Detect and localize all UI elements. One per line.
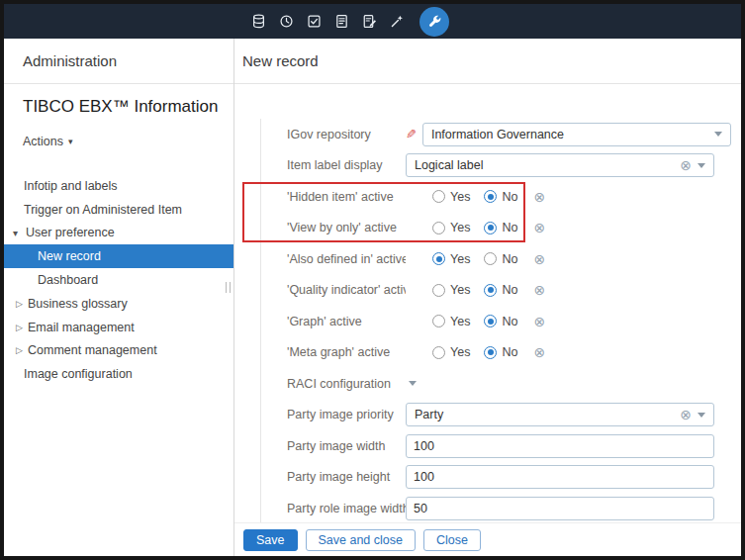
sidebar-item-label: New record xyxy=(38,249,101,263)
sidebar: Administration TIBCO EBX™ Information Ac… xyxy=(4,39,234,556)
sidebar-item-comment-management[interactable]: ▷Comment management xyxy=(4,339,233,363)
active-tool-circle[interactable] xyxy=(419,7,449,37)
actions-dropdown[interactable]: Actions ▾ xyxy=(23,135,81,148)
radio-hidden-item-active-no[interactable]: No xyxy=(484,190,517,204)
radio-also-defined-in-active-yes[interactable]: Yes xyxy=(432,252,470,266)
radio-view-by-only-active-yes[interactable]: Yes xyxy=(432,221,470,234)
form-row-party-image-height: Party image height xyxy=(261,462,741,494)
form-row-quality-indicator-active: 'Quality indicator' activeYesNo⊗ xyxy=(261,275,741,307)
sidebar-item-label: Business glossary xyxy=(28,297,128,311)
sidebar-item-email-management[interactable]: ▷Email management xyxy=(4,316,233,339)
radio-hidden-item-active-yes[interactable]: Yes xyxy=(432,190,470,204)
main-panel: New record IGov repository✎Information G… xyxy=(234,39,741,556)
sidebar-item-label: Infotip and labels xyxy=(24,179,118,193)
clear-icon[interactable]: ⊗ xyxy=(680,408,692,421)
form-rows: IGov repository✎Information GovernanceIt… xyxy=(260,119,741,522)
form-row-igov-repository: IGov repository✎Information Governance xyxy=(261,119,741,150)
form-list-icon[interactable] xyxy=(334,14,349,29)
radio-meta-graph-active-yes[interactable]: Yes xyxy=(432,345,470,359)
select-item-label-display[interactable]: Logical label⊗ xyxy=(406,153,714,177)
sidebar-item-label: Image configuration xyxy=(24,367,133,381)
page-title: New record xyxy=(234,39,741,84)
input-party-image-width[interactable] xyxy=(406,434,714,458)
app-window: Administration TIBCO EBX™ Information Ac… xyxy=(0,0,745,560)
radio-label: Yes xyxy=(450,190,470,204)
field-label: Party image width xyxy=(261,439,406,453)
clear-icon[interactable]: ⊗ xyxy=(533,252,545,266)
sidebar-item-infotip-and-labels[interactable]: Infotip and labels xyxy=(4,174,233,198)
form-row-item-label-display: Item label displayLogical label⊗ xyxy=(261,150,741,182)
radio-graph-active-no[interactable]: No xyxy=(484,315,517,328)
radio-meta-graph-active-no[interactable]: No xyxy=(484,345,517,359)
sidebar-item-new-record[interactable]: New record xyxy=(4,244,233,268)
content-area: Administration TIBCO EBX™ Information Ac… xyxy=(4,39,741,556)
radio-label: No xyxy=(502,345,517,359)
sidebar-item-dashboard[interactable]: Dashboard xyxy=(4,268,233,292)
form-row-party-image-width: Party image width xyxy=(261,430,741,462)
radio-circle-icon xyxy=(484,315,497,327)
sidebar-item-label: Trigger on Administered Item xyxy=(24,203,182,217)
wrench-icon xyxy=(427,14,442,29)
top-bar-icons xyxy=(251,4,449,39)
select-value: Party xyxy=(415,408,670,421)
radio-circle-icon xyxy=(432,315,445,327)
input-party-image-height[interactable] xyxy=(406,465,714,489)
field-label: Party role image width xyxy=(261,502,406,515)
radio-view-by-only-active-no[interactable]: No xyxy=(484,221,517,234)
sidebar-resize-handle[interactable] xyxy=(226,282,231,293)
form-row-hidden-item-active: 'Hidden item' activeYesNo⊗ xyxy=(261,181,741,213)
form-edit-icon[interactable] xyxy=(362,14,377,29)
form-row-party-image-priority: Party image priorityParty⊗ xyxy=(261,400,741,431)
radio-also-defined-in-active-no[interactable]: No xyxy=(484,252,517,266)
check-square-icon[interactable] xyxy=(307,14,322,29)
clear-icon[interactable]: ⊗ xyxy=(680,158,692,172)
chevron-down-icon: ▾ xyxy=(68,137,81,146)
save-and-close-button[interactable]: Save and close xyxy=(306,529,416,551)
select-party-image-priority[interactable]: Party⊗ xyxy=(406,403,714,426)
sidebar-item-user-preference[interactable]: ▾User preference xyxy=(4,222,233,245)
database-icon[interactable] xyxy=(251,14,266,29)
chevron-down-icon[interactable] xyxy=(698,163,705,168)
radio-quality-indicator-active-yes[interactable]: Yes xyxy=(432,283,470,297)
chevron-down-icon[interactable] xyxy=(409,381,417,386)
radio-label: No xyxy=(502,252,517,266)
select-igov-repository[interactable]: Information Governance xyxy=(422,123,731,146)
collapsed-caret-icon: ▷ xyxy=(16,299,28,309)
close-button[interactable]: Close xyxy=(423,529,481,551)
field-label: Item label display xyxy=(261,158,406,172)
actions-label: Actions xyxy=(23,135,63,148)
sidebar-item-business-glossary[interactable]: ▷Business glossary xyxy=(4,292,233,316)
radio-graph-active-yes[interactable]: Yes xyxy=(432,315,470,328)
clear-icon[interactable]: ⊗ xyxy=(533,283,545,297)
chevron-down-icon[interactable] xyxy=(698,413,705,418)
radio-quality-indicator-active-no[interactable]: No xyxy=(484,283,517,297)
input-party-role-image-width[interactable] xyxy=(406,497,714,520)
clear-icon[interactable]: ⊗ xyxy=(533,221,545,234)
radio-circle-icon xyxy=(484,284,497,297)
chevron-down-icon[interactable] xyxy=(714,132,722,137)
button-bar: Save Save and close Close xyxy=(234,522,741,556)
clear-icon[interactable]: ⊗ xyxy=(533,190,545,204)
sidebar-item-label: Email management xyxy=(28,321,135,334)
field-label: 'Meta graph' active xyxy=(261,345,406,359)
mandatory-icon: ✎ xyxy=(406,127,417,141)
radio-label: Yes xyxy=(450,345,470,359)
radio-circle-icon xyxy=(484,252,497,265)
radio-label: No xyxy=(502,283,517,297)
form-row-graph-active: 'Graph' activeYesNo⊗ xyxy=(261,306,741,337)
save-button[interactable]: Save xyxy=(243,529,298,551)
radio-circle-icon xyxy=(432,284,445,297)
radio-label: Yes xyxy=(450,315,470,328)
sidebar-item-trigger-on-administered-item[interactable]: Trigger on Administered Item xyxy=(4,198,233,222)
sidebar-header: Administration xyxy=(4,39,233,84)
radio-circle-icon xyxy=(484,190,497,203)
clock-icon[interactable] xyxy=(279,14,294,29)
form-scroll-area[interactable]: IGov repository✎Information GovernanceIt… xyxy=(234,84,741,522)
wand-icon[interactable] xyxy=(390,14,405,29)
clear-icon[interactable]: ⊗ xyxy=(533,345,545,359)
clear-icon[interactable]: ⊗ xyxy=(533,315,545,328)
sidebar-title: TIBCO EBX™ Information xyxy=(23,97,233,117)
sidebar-item-label: Dashboard xyxy=(38,273,98,287)
select-value: Logical label xyxy=(415,158,670,172)
sidebar-item-image-configuration[interactable]: Image configuration xyxy=(4,362,233,386)
